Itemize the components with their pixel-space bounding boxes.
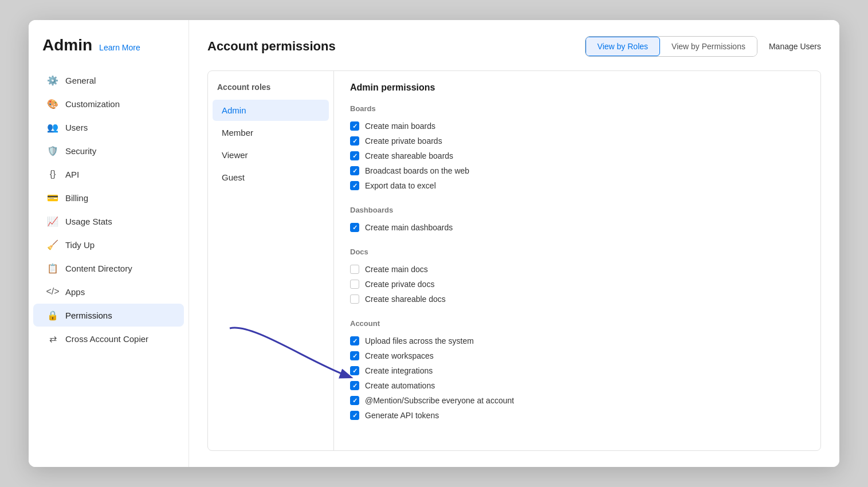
perm-label-1-0: Create main dashboards bbox=[365, 223, 453, 232]
view-by-permissions-button[interactable]: View by Permissions bbox=[660, 37, 757, 56]
sidebar-item-label-billing: Billing bbox=[65, 193, 88, 203]
perm-label-3-2: Create integrations bbox=[365, 366, 433, 375]
checkbox-3-3[interactable] bbox=[350, 381, 359, 390]
sidebar-item-label-permissions: Permissions bbox=[65, 311, 112, 320]
perm-section-0: BoardsCreate main boardsCreate private b… bbox=[350, 104, 804, 193]
checkbox-3-0[interactable] bbox=[350, 336, 359, 345]
sidebar-item-permissions[interactable]: 🔒Permissions bbox=[33, 304, 184, 327]
role-item-viewer[interactable]: Viewer bbox=[213, 144, 329, 166]
checkbox-2-0[interactable] bbox=[350, 265, 359, 274]
perm-item-0-2: Create shareable boards bbox=[350, 148, 804, 163]
checkbox-0-0[interactable] bbox=[350, 121, 359, 131]
perm-item-2-0: Create main docs bbox=[350, 262, 804, 277]
sidebar-item-general[interactable]: ⚙️General bbox=[33, 69, 184, 92]
sidebar-item-label-usage-stats: Usage Stats bbox=[65, 217, 112, 226]
permissions-icon: 🔒 bbox=[47, 309, 58, 321]
perm-label-0-4: Export data to excel bbox=[365, 181, 436, 190]
role-item-guest[interactable]: Guest bbox=[213, 167, 329, 188]
checkbox-0-2[interactable] bbox=[350, 151, 359, 160]
perm-section-1: DashboardsCreate main dashboards bbox=[350, 206, 804, 235]
perm-label-3-5: Generate API tokens bbox=[365, 411, 439, 420]
checkbox-3-2[interactable] bbox=[350, 366, 359, 375]
sidebar-item-label-security: Security bbox=[65, 146, 96, 156]
perm-label-0-3: Broadcast boards on the web bbox=[365, 166, 469, 175]
perm-section-title-1: Dashboards bbox=[350, 206, 804, 214]
page-title: Account permissions bbox=[207, 39, 336, 54]
role-item-admin[interactable]: Admin bbox=[213, 100, 329, 121]
perm-item-0-3: Broadcast boards on the web bbox=[350, 163, 804, 178]
perm-section-title-3: Account bbox=[350, 319, 804, 328]
sidebar-header: Admin Learn More bbox=[29, 36, 188, 68]
perm-item-2-2: Create shareable docs bbox=[350, 292, 804, 307]
sidebar-item-security[interactable]: 🛡️Security bbox=[33, 139, 184, 162]
perm-item-2-1: Create private docs bbox=[350, 277, 804, 292]
general-icon: ⚙️ bbox=[47, 74, 58, 86]
perm-item-1-0: Create main dashboards bbox=[350, 220, 804, 235]
sidebar-item-api[interactable]: {}API bbox=[33, 163, 184, 186]
perm-label-2-1: Create private docs bbox=[365, 280, 434, 289]
sidebar-item-customization[interactable]: 🎨Customization bbox=[33, 92, 184, 115]
checkbox-0-3[interactable] bbox=[350, 166, 359, 175]
checkbox-2-2[interactable] bbox=[350, 294, 359, 304]
perm-section-title-2: Docs bbox=[350, 248, 804, 256]
sidebar-item-label-customization: Customization bbox=[65, 99, 120, 109]
checkbox-1-0[interactable] bbox=[350, 223, 359, 232]
apps-icon: </> bbox=[47, 286, 58, 297]
checkbox-0-4[interactable] bbox=[350, 181, 359, 190]
cross-account-copier-icon: ⇄ bbox=[47, 333, 58, 344]
perm-label-2-2: Create shareable docs bbox=[365, 294, 446, 304]
sidebar-item-label-general: General bbox=[65, 76, 96, 85]
sidebar: Admin Learn More ⚙️General🎨Customization… bbox=[29, 20, 189, 467]
sidebar-item-label-users: Users bbox=[65, 123, 88, 132]
permissions-sections: BoardsCreate main boardsCreate private b… bbox=[350, 104, 804, 423]
sidebar-item-content-directory[interactable]: 📋Content Directory bbox=[33, 257, 184, 280]
perm-item-3-0: Upload files across the system bbox=[350, 333, 804, 348]
main-content: Account permissions View by Roles View b… bbox=[189, 20, 839, 467]
checkbox-3-1[interactable] bbox=[350, 351, 359, 360]
billing-icon: 💳 bbox=[47, 192, 58, 203]
perm-section-title-0: Boards bbox=[350, 104, 804, 113]
users-icon: 👥 bbox=[47, 121, 58, 133]
perm-item-3-2: Create integrations bbox=[350, 363, 804, 378]
sidebar-item-cross-account-copier[interactable]: ⇄Cross Account Copier bbox=[33, 327, 184, 350]
perm-label-0-2: Create shareable boards bbox=[365, 151, 453, 160]
permissions-header: Admin permissions bbox=[350, 83, 804, 93]
perm-label-2-0: Create main docs bbox=[365, 265, 428, 274]
view-by-roles-button[interactable]: View by Roles bbox=[586, 37, 660, 56]
roles-list: AdminMemberViewerGuest bbox=[208, 100, 333, 188]
checkbox-3-4[interactable] bbox=[350, 396, 359, 405]
perm-label-3-4: @Mention/Subscribe everyone at account bbox=[365, 396, 514, 405]
security-icon: 🛡️ bbox=[47, 145, 58, 156]
usage-stats-icon: 📈 bbox=[47, 215, 58, 227]
sidebar-item-label-tidy-up: Tidy Up bbox=[65, 240, 95, 250]
perm-label-0-0: Create main boards bbox=[365, 121, 435, 131]
manage-users-button[interactable]: Manage Users bbox=[769, 42, 821, 51]
learn-more-link[interactable]: Learn More bbox=[99, 43, 140, 52]
perm-item-3-1: Create workspaces bbox=[350, 348, 804, 363]
view-toggle: View by Roles View by Permissions bbox=[585, 36, 757, 57]
sidebar-nav: ⚙️General🎨Customization👥Users🛡️Security{… bbox=[29, 68, 188, 455]
sidebar-item-billing[interactable]: 💳Billing bbox=[33, 186, 184, 209]
main-header: Account permissions View by Roles View b… bbox=[207, 36, 821, 57]
sidebar-item-usage-stats[interactable]: 📈Usage Stats bbox=[33, 210, 184, 233]
checkbox-2-1[interactable] bbox=[350, 280, 359, 289]
sidebar-item-label-apps: Apps bbox=[65, 287, 85, 297]
permissions-column: Admin permissions BoardsCreate main boar… bbox=[334, 71, 820, 450]
perm-item-0-1: Create private boards bbox=[350, 133, 804, 148]
perm-section-2: DocsCreate main docsCreate private docsC… bbox=[350, 248, 804, 307]
perm-label-3-1: Create workspaces bbox=[365, 351, 434, 360]
checkbox-0-1[interactable] bbox=[350, 136, 359, 146]
content-area: Account roles AdminMemberViewerGuest Adm… bbox=[207, 70, 821, 451]
role-item-member[interactable]: Member bbox=[213, 122, 329, 143]
roles-column-header: Account roles bbox=[208, 83, 333, 99]
perm-label-3-3: Create automations bbox=[365, 381, 435, 390]
content-directory-icon: 📋 bbox=[47, 262, 58, 274]
perm-label-3-0: Upload files across the system bbox=[365, 336, 474, 345]
sidebar-item-users[interactable]: 👥Users bbox=[33, 116, 184, 139]
sidebar-item-label-content-directory: Content Directory bbox=[65, 264, 132, 273]
checkbox-3-5[interactable] bbox=[350, 411, 359, 420]
sidebar-item-apps[interactable]: </>Apps bbox=[33, 280, 184, 303]
roles-column: Account roles AdminMemberViewerGuest bbox=[208, 71, 334, 450]
perm-item-3-3: Create automations bbox=[350, 378, 804, 393]
sidebar-item-tidy-up[interactable]: 🧹Tidy Up bbox=[33, 233, 184, 256]
